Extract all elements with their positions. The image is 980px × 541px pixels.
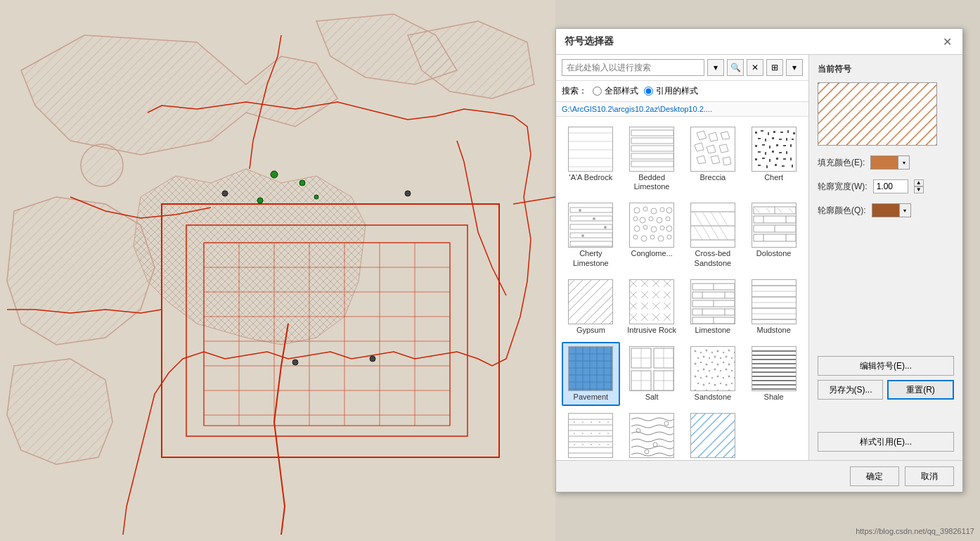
svg-point-35 [314, 195, 318, 199]
width-up-btn[interactable]: ▲ [914, 179, 924, 186]
svg-point-249 [700, 352, 702, 353]
fill-color-label: 填充颜色(E): [818, 157, 865, 169]
svg-point-39 [292, 359, 298, 365]
symbol-item-bedded-limestone[interactable]: Bedded Limestone [623, 122, 681, 196]
svg-point-259 [714, 355, 716, 357]
symbol-item-gypsum[interactable]: Gypsum [562, 275, 620, 339]
symbol-selector-dialog: 符号选择器 ✕ ▾ 🔍 ✕ ⊞ ▾ 搜索： 全部样式 [555, 28, 963, 492]
outline-color-box[interactable] [872, 203, 900, 217]
symbol-item-aa-bedrock[interactable]: 'A'A Bedrock [562, 122, 620, 196]
svg-rect-95 [775, 164, 777, 166]
svg-rect-88 [762, 158, 765, 159]
symbol-item-dolostone[interactable]: Dolostone [744, 198, 803, 272]
close-button[interactable]: ✕ [940, 34, 954, 49]
view-toggle-btn[interactable]: ⊞ [766, 59, 783, 76]
ok-btn[interactable]: 确定 [850, 466, 899, 486]
style-ref-btn[interactable]: 样式引用(E)... [818, 432, 954, 452]
radio-ref-label[interactable]: 引用的样式 [644, 85, 698, 97]
symbol-item-shale[interactable]: Shale [744, 342, 803, 406]
symbol-preview-shale [752, 346, 797, 391]
symbol-item-chert[interactable]: Chert [744, 122, 803, 196]
svg-point-323 [591, 433, 592, 434]
symbol-item-cross-bed-sandstone[interactable]: Cross-bed Sandstone [684, 198, 742, 272]
search-input[interactable] [562, 59, 704, 76]
symbol-item-salt[interactable]: Salt [623, 342, 681, 406]
svg-rect-89 [769, 159, 771, 162]
fill-color-box[interactable] [870, 155, 898, 170]
symbol-item-cherty-limestone[interactable]: Cherty Limestone [562, 198, 620, 272]
radio-all[interactable] [593, 87, 602, 96]
symbol-item-conglomerate[interactable]: Conglome... [623, 198, 681, 272]
svg-point-251 [711, 352, 713, 353]
symbol-preview-siltstone [568, 413, 613, 458]
search-dropdown-btn[interactable]: ▾ [707, 59, 724, 76]
svg-point-325 [607, 433, 609, 434]
left-panel: ▾ 🔍 ✕ ⊞ ▾ 搜索： 全部样式 引用的样式 G:\ArcGIS10.2 [556, 55, 809, 460]
symbol-preview-volcanic-rock [629, 413, 674, 458]
svg-point-271 [697, 370, 699, 371]
save-as-btn[interactable]: 另存为(S)... [818, 380, 883, 400]
symbol-grid-container[interactable]: 'A'A Bedrock [556, 117, 808, 460]
svg-point-286 [697, 383, 699, 384]
svg-point-292 [731, 383, 733, 384]
dialog-footer: 确定 取消 [556, 460, 962, 492]
symbol-item-volcanic-rock[interactable]: Volcanic Rock [623, 409, 681, 460]
symbol-item-siltstone[interactable]: Siltstone [562, 409, 620, 460]
symbol-item-pavement[interactable]: Pavement [562, 342, 620, 406]
symbol-item-intrusive-rock[interactable]: Intrusive Rock [623, 275, 681, 339]
svg-rect-85 [779, 152, 782, 153]
svg-rect-80 [783, 145, 786, 146]
svg-rect-74 [786, 138, 787, 141]
symbol-item-mudstone[interactable]: Mudstone [744, 275, 803, 339]
svg-point-291 [725, 383, 727, 386]
svg-rect-83 [765, 152, 766, 155]
svg-rect-93 [758, 165, 761, 166]
reset-btn[interactable]: 重置(R) [887, 380, 954, 400]
svg-point-258 [709, 357, 710, 359]
outline-width-spinner[interactable]: ▲ ▼ [914, 179, 924, 193]
svg-rect-79 [776, 144, 778, 146]
fill-color-dropdown[interactable]: ▾ [898, 155, 910, 170]
svg-point-268 [723, 362, 724, 363]
svg-rect-92 [790, 158, 792, 160]
svg-rect-71 [765, 139, 766, 141]
symbol-item-limestone[interactable]: Limestone [684, 275, 742, 339]
cancel-btn[interactable]: 取消 [905, 466, 954, 486]
svg-point-260 [720, 357, 721, 359]
svg-rect-91 [783, 158, 786, 160]
svg-rect-52 [691, 127, 735, 172]
svg-rect-156 [569, 280, 613, 324]
symbol-item-breccia[interactable]: Breccia [684, 122, 742, 196]
svg-point-288 [709, 383, 710, 384]
symbol-label-intrusive-rock: Intrusive Rock [627, 326, 676, 335]
symbol-preview-gypsum [568, 279, 613, 324]
symbol-label-breccia: Breccia [700, 173, 726, 182]
radio-ref[interactable] [644, 87, 653, 96]
svg-point-256 [697, 357, 699, 359]
path-bar: G:\ArcGIS10.2\arcgis10.2az\Desktop10.2..… [556, 102, 808, 117]
symbol-item-water-pool[interactable]: Water, Pool [684, 409, 742, 460]
svg-point-105 [593, 217, 595, 220]
map-area [0, 0, 555, 541]
search-clear-btn[interactable]: ✕ [747, 59, 763, 76]
radio-ref-text: 引用的样式 [656, 85, 698, 97]
svg-rect-200 [691, 280, 735, 324]
width-down-btn[interactable]: ▼ [914, 186, 924, 193]
svg-marker-10 [7, 359, 112, 464]
svg-point-254 [728, 349, 730, 351]
symbol-label-gypsum: Gypsum [576, 326, 605, 335]
svg-point-32 [271, 171, 278, 178]
outline-color-dropdown[interactable]: ▾ [900, 203, 911, 217]
outline-color-row: 轮廓颜色(Q): ▾ [818, 203, 954, 217]
symbol-item-sandstone[interactable]: Sandstone [684, 342, 742, 406]
svg-rect-78 [769, 146, 771, 148]
svg-point-104 [579, 209, 581, 212]
outline-width-input[interactable]: 1.00 [873, 179, 908, 193]
symbol-label-conglomerate: Conglome... [631, 249, 672, 258]
search-go-btn[interactable]: 🔍 [727, 59, 744, 76]
radio-all-label[interactable]: 全部样式 [593, 85, 638, 97]
svg-rect-66 [773, 131, 775, 133]
symbol-preview-chert [752, 127, 797, 172]
edit-symbol-btn[interactable]: 编辑符号(E)... [818, 356, 954, 376]
view-dropdown-btn[interactable]: ▾ [786, 59, 803, 76]
